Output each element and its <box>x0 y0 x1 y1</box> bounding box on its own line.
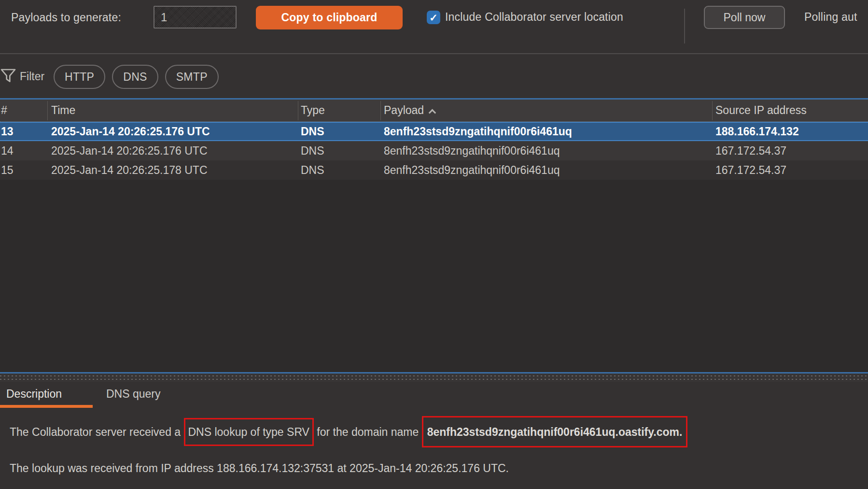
row-payload-cell: 8enfh23stsd9zngatihqnif00r6i461uq <box>384 144 712 158</box>
poll-now-button[interactable]: Poll now <box>704 6 785 29</box>
table-row-15[interactable]: 15 2025-Jan-14 20:26:25.178 UTC DNS 8enf… <box>0 160 868 180</box>
sort-ascending-icon <box>429 109 436 117</box>
checkmark-icon: ✓ <box>429 13 438 23</box>
row-type-cell: DNS <box>301 144 378 158</box>
filter-pill-dns[interactable]: DNS <box>112 65 158 89</box>
detail-tab-bar: Description DNS query <box>0 382 868 409</box>
payloads-to-generate-label: Payloads to generate: <box>11 11 121 24</box>
filter-label: Filter <box>20 70 44 83</box>
table-row-14[interactable]: 14 2025-Jan-14 20:26:25.176 UTC DNS 8enf… <box>0 141 868 160</box>
row-type-cell: DNS <box>301 164 378 177</box>
column-separator[interactable] <box>380 101 381 120</box>
filter-pill-http[interactable]: HTTP <box>54 65 105 89</box>
column-separator[interactable] <box>47 101 48 120</box>
tab-description[interactable]: Description <box>6 388 62 401</box>
topbar: Payloads to generate: Copy to clipboard … <box>0 0 868 53</box>
annotation-box-lookup-type: DNS lookup of type SRV <box>184 418 314 446</box>
description-text-middle: for the domain name <box>314 426 422 438</box>
column-header-payload[interactable]: Payload <box>384 104 712 117</box>
description-paragraph-2: The lookup was received from IP address … <box>10 462 509 475</box>
column-header-number[interactable]: # <box>1 104 45 117</box>
row-source-ip-cell: 188.166.174.132 <box>715 125 867 138</box>
description-text-start: The Collaborator server received a <box>10 426 184 438</box>
annotation-box-domain-name: 8enfh23stsd9zngatihqnif00r6i461uq.oastif… <box>422 416 688 447</box>
row-time-cell: 2025-Jan-14 20:26:25.176 UTC <box>51 144 295 158</box>
row-source-ip-cell: 167.172.54.37 <box>715 144 867 158</box>
active-tab-underline <box>0 405 93 408</box>
copy-to-clipboard-button[interactable]: Copy to clipboard <box>256 6 403 29</box>
filter-funnel-icon <box>0 68 16 85</box>
column-header-payload-label: Payload <box>384 104 424 116</box>
column-separator[interactable] <box>712 101 713 120</box>
payloads-count-input[interactable] <box>154 6 237 29</box>
row-number-cell: 15 <box>1 164 45 177</box>
include-location-label: Include Collaborator server location <box>445 11 623 24</box>
row-number-cell: 14 <box>1 144 45 158</box>
description-panel: The Collaborator server received a DNS l… <box>0 409 868 489</box>
table-row-13-selected[interactable]: 13 2025-Jan-14 20:26:25.176 UTC DNS 8enf… <box>0 122 868 141</box>
column-separator[interactable] <box>298 101 298 120</box>
row-time-cell: 2025-Jan-14 20:26:25.176 UTC <box>51 125 295 138</box>
filter-pills: HTTP DNS SMTP <box>54 65 219 89</box>
column-header-source-ip[interactable]: Source IP address <box>715 104 867 117</box>
column-header-type[interactable]: Type <box>301 104 378 117</box>
include-location-checkbox[interactable]: ✓ <box>427 11 440 24</box>
column-header-time[interactable]: Time <box>51 104 295 117</box>
row-time-cell: 2025-Jan-14 20:26:25.178 UTC <box>51 164 295 177</box>
row-payload-cell: 8enfh23stsd9zngatihqnif00r6i461uq <box>384 125 712 138</box>
filter-pill-smtp[interactable]: SMTP <box>165 65 219 89</box>
row-number-cell: 13 <box>1 125 45 138</box>
horizontal-splitter-handle[interactable] <box>0 374 868 382</box>
row-source-ip-cell: 167.172.54.37 <box>715 164 867 177</box>
description-paragraph-1: The Collaborator server received a DNS l… <box>10 426 687 438</box>
polling-status-text: Polling aut <box>804 11 857 24</box>
table-empty-area <box>0 180 868 372</box>
row-type-cell: DNS <box>301 125 378 138</box>
filter-bar: Filter HTTP DNS SMTP <box>0 54 868 98</box>
collaborator-screen: Payloads to generate: Copy to clipboard … <box>0 0 868 489</box>
table-header: # Time Type Payload Source IP address <box>0 100 868 122</box>
topbar-divider <box>684 9 685 43</box>
row-payload-cell: 8enfh23stsd9zngatihqnif00r6i461uq <box>384 164 712 177</box>
tab-dns-query[interactable]: DNS query <box>106 388 160 401</box>
